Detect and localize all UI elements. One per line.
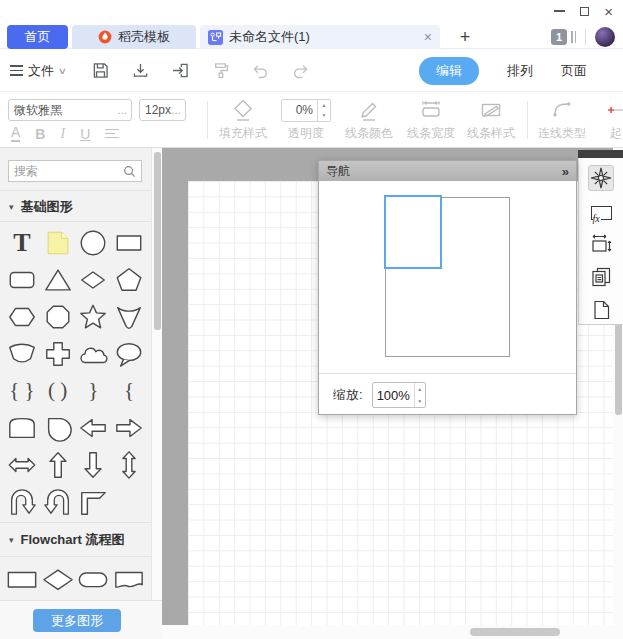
navigation-compass-button[interactable]	[588, 165, 614, 191]
navigation-panel-title: 导航	[326, 163, 562, 180]
page-size-button[interactable]	[588, 231, 614, 257]
shape-callout[interactable]	[111, 335, 147, 372]
start-point-button[interactable]: 起点	[593, 97, 623, 142]
font-family-select[interactable]: 微软雅黑 …	[8, 99, 132, 121]
shape-u-turn-arrow[interactable]	[4, 483, 40, 520]
section-basic-title: 基础图形	[21, 198, 73, 216]
user-avatar[interactable]	[595, 27, 615, 47]
opacity-spinner[interactable]: 0% ▲ ▼	[281, 99, 331, 122]
shape-process[interactable]	[4, 560, 40, 600]
shape-hexagon[interactable]	[4, 298, 40, 335]
shape-rectangle[interactable]	[111, 224, 147, 261]
zoom-spinner[interactable]: 100% ▲ ▼	[372, 382, 426, 408]
shape-diamond[interactable]	[76, 261, 112, 298]
underline-button[interactable]: U	[80, 126, 90, 142]
shape-decision[interactable]	[40, 560, 76, 600]
fill-style-button[interactable]: 填充样式	[214, 97, 272, 142]
save-button[interactable]	[80, 49, 120, 92]
zoom-increase-icon[interactable]: ▲	[415, 383, 425, 395]
line-style-button[interactable]: 线条样式	[462, 97, 520, 142]
shape-brace-pair[interactable]: { }	[4, 372, 40, 409]
shape-pentagon[interactable]	[111, 261, 147, 298]
zoom-value[interactable]: 100%	[373, 383, 414, 407]
shape-triangle[interactable]	[40, 261, 76, 298]
bold-button[interactable]: B	[35, 126, 45, 142]
section-flowchart-title: Flowchart 流程图	[21, 531, 125, 549]
zoom-decrease-icon[interactable]: ▼	[415, 395, 425, 407]
section-basic-shapes[interactable]: ▾ 基础图形	[0, 195, 151, 219]
shape-up-down-arrow[interactable]	[111, 446, 147, 483]
shape-document[interactable]	[111, 560, 147, 600]
edit-mode-button[interactable]: 编辑	[419, 57, 479, 85]
font-size-select[interactable]: 12px …	[139, 99, 186, 121]
shape-terminator[interactable]	[76, 560, 112, 600]
shape-right-brace[interactable]: }	[76, 372, 112, 409]
shape-up-arrow[interactable]	[40, 446, 76, 483]
search-input[interactable]	[9, 164, 123, 178]
shape-corner[interactable]	[76, 483, 112, 520]
outline-copy-button[interactable]	[588, 264, 614, 290]
shape-left-right-arrow[interactable]	[4, 446, 40, 483]
tab-templates[interactable]: 稻壳模板	[72, 25, 196, 49]
tab-home[interactable]: 首页	[7, 25, 68, 49]
opacity-control[interactable]: 0% ▲ ▼ 透明度	[276, 97, 336, 142]
more-shapes-button[interactable]: 更多图形	[33, 609, 121, 632]
shape-ellipse[interactable]	[76, 224, 112, 261]
shape-cross[interactable]	[40, 335, 76, 372]
file-menu[interactable]: 文件 ∨	[10, 49, 66, 92]
page-button[interactable]: 页面	[561, 62, 587, 80]
shape-right-arrow[interactable]	[111, 409, 147, 446]
sidebar-scrollbar-thumb[interactable]	[154, 152, 161, 330]
shape-cone[interactable]	[111, 298, 147, 335]
italic-button[interactable]: I	[60, 126, 65, 142]
shape-arch[interactable]	[4, 409, 40, 446]
collapse-panel-icon[interactable]: »	[562, 164, 569, 179]
undo-button[interactable]	[240, 49, 280, 92]
redo-button[interactable]	[280, 49, 320, 92]
connector-type-button[interactable]: 连线类型	[533, 97, 591, 142]
shape-octagon[interactable]	[40, 298, 76, 335]
align-icon[interactable]	[105, 129, 119, 139]
line-color-button[interactable]: 线条颜色	[340, 97, 398, 142]
shape-left-brace[interactable]: {	[111, 372, 147, 409]
canvas-horizontal-scrollbar[interactable]	[162, 625, 623, 639]
tab-close-icon[interactable]: ×	[424, 29, 432, 45]
shape-rounded-rectangle[interactable]	[4, 261, 40, 298]
function-fx-button[interactable]: fx	[588, 198, 614, 224]
viewport-rectangle[interactable]	[384, 195, 442, 269]
more-icon[interactable]: …	[117, 105, 126, 116]
close-icon[interactable]: ×	[604, 4, 613, 19]
shape-left-arrow[interactable]	[76, 409, 112, 446]
download-button[interactable]	[120, 49, 160, 92]
shape-sticky-note[interactable]	[40, 224, 76, 261]
spin-up-icon[interactable]: ▲	[318, 100, 330, 111]
maximize-icon[interactable]	[580, 7, 589, 16]
navigation-panel-titlebar[interactable]: 导航 »	[319, 161, 576, 181]
vertical-scrollbar-thumb[interactable]	[615, 323, 622, 415]
font-color-button[interactable]: A	[11, 125, 20, 142]
shape-search-box[interactable]	[8, 160, 142, 182]
line-width-button[interactable]: 线条宽度	[402, 97, 460, 142]
minimize-icon[interactable]	[554, 10, 565, 12]
shape-teardrop[interactable]	[40, 409, 76, 446]
arrange-button[interactable]: 排列	[507, 62, 533, 80]
horizontal-scrollbar-thumb[interactable]	[470, 628, 560, 636]
format-painter-button[interactable]	[200, 49, 240, 92]
shape-text[interactable]: T	[4, 224, 40, 261]
tab-document[interactable]: 未命名文件(1) ×	[200, 25, 440, 49]
shape-arc-trapezoid[interactable]	[4, 335, 40, 372]
sidebar-scrollbar[interactable]	[151, 148, 162, 600]
new-tab-button[interactable]: +	[450, 25, 480, 49]
shape-u-turn-arrow-alt[interactable]	[40, 483, 76, 520]
shape-star[interactable]	[76, 298, 112, 335]
shape-down-arrow[interactable]	[76, 446, 112, 483]
new-page-button[interactable]	[588, 297, 614, 323]
section-flowchart[interactable]: ▾ Flowchart 流程图	[0, 528, 151, 552]
more-icon[interactable]: …	[171, 105, 180, 116]
shape-parenthesis-pair[interactable]: ( )	[40, 372, 76, 409]
opacity-value[interactable]: 0%	[282, 100, 317, 121]
export-button[interactable]	[160, 49, 200, 92]
window-count-badge[interactable]: 1	[551, 29, 567, 45]
spin-down-icon[interactable]: ▼	[318, 110, 330, 121]
shape-cloud[interactable]	[76, 335, 112, 372]
